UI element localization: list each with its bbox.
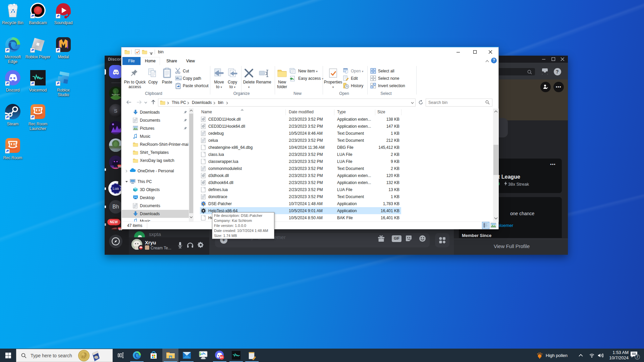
svg-text:MoonlitH: MoonlitH xyxy=(112,94,120,96)
svg-text:S: S xyxy=(114,108,117,114)
svg-text:7: 7 xyxy=(636,355,638,359)
svg-text:9+: 9+ xyxy=(220,356,223,359)
